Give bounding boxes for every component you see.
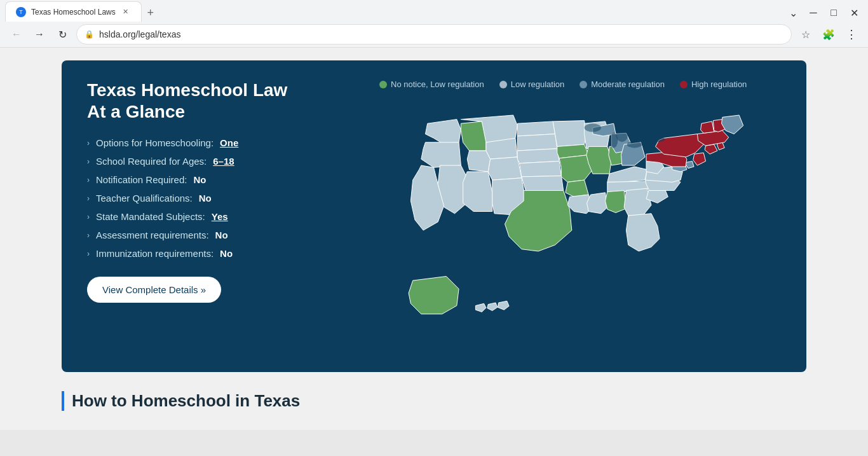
- us-map-container: [379, 99, 781, 353]
- info-list: › Options for Homeschooling: One › Schoo…: [87, 137, 354, 259]
- right-panel: No notice, Low regulation Low regulation…: [379, 79, 781, 353]
- state-ar: [566, 180, 588, 197]
- state-or: [421, 142, 461, 168]
- item-value: No: [215, 230, 228, 240]
- minimize-button[interactable]: ─: [804, 4, 822, 22]
- list-item: › Immunization requirements: No: [87, 248, 354, 259]
- item-value: No: [193, 174, 206, 185]
- page-content: Texas Homeschool Law At a Glance › Optio…: [0, 48, 868, 430]
- maximize-button[interactable]: □: [825, 4, 843, 22]
- state-mn: [553, 121, 587, 147]
- state-ga: [624, 188, 651, 216]
- legend-dot-low: [499, 81, 507, 88]
- back-button[interactable]: ←: [8, 25, 25, 43]
- state-ks: [520, 161, 562, 176]
- state-hi: [475, 303, 485, 312]
- bookmark-button[interactable]: ☆: [797, 25, 815, 43]
- item-value: 6–18: [213, 156, 234, 167]
- chevron-icon: ›: [87, 157, 90, 166]
- legend-dot-high: [680, 81, 688, 88]
- item-label: Assessment requirements:: [96, 230, 209, 240]
- legend-label-high: High regulation: [691, 79, 747, 89]
- legend-label-low: Low regulation: [511, 79, 565, 89]
- state-al: [606, 191, 627, 213]
- state-hi3: [498, 301, 509, 310]
- state-ct: [705, 144, 717, 154]
- map-legend: No notice, Low regulation Low regulation…: [379, 79, 781, 89]
- lake-ontario: [653, 137, 665, 142]
- list-item: › Options for Homeschooling: One: [87, 137, 354, 148]
- state-az: [463, 172, 492, 212]
- chevron-icon: ›: [87, 194, 90, 203]
- chevron-icon: ›: [87, 212, 90, 221]
- chevron-icon: ›: [87, 139, 90, 148]
- list-item: › Assessment requirements: No: [87, 230, 354, 240]
- security-icon: 🔒: [85, 30, 94, 39]
- item-value: Yes: [212, 211, 228, 222]
- item-label: Options for Homeschooling:: [96, 137, 214, 148]
- view-complete-details-button[interactable]: View Complete Details »: [87, 277, 221, 303]
- state-ma: [697, 130, 728, 146]
- item-value: One: [220, 137, 238, 148]
- url-bar[interactable]: 🔒 hslda.org/legal/texas: [76, 24, 792, 45]
- state-ne: [517, 149, 559, 163]
- reload-button[interactable]: ↻: [53, 25, 71, 43]
- chevron-icon: ›: [87, 176, 90, 184]
- card-title: Texas Homeschool Law At a Glance: [87, 79, 354, 122]
- how-to-title: How to Homeschool in Texas: [62, 391, 806, 411]
- legend-item-moderate: Moderate regulation: [580, 79, 665, 89]
- state-sd: [517, 134, 557, 151]
- state-ms: [587, 193, 607, 214]
- legend-label-moderate: Moderate regulation: [591, 79, 665, 89]
- forward-button[interactable]: →: [31, 25, 48, 43]
- tab-favicon: T: [16, 7, 26, 17]
- browser-menu-button[interactable]: ⋮: [843, 25, 860, 43]
- legend-item-high: High regulation: [680, 79, 747, 89]
- legend-dot-moderate: [580, 81, 587, 88]
- item-label: Notification Required:: [96, 174, 187, 185]
- active-tab[interactable]: T Texas Homeschool Laws ✕: [5, 1, 142, 22]
- item-value: No: [199, 193, 212, 204]
- legend-item-low: Low regulation: [499, 79, 565, 89]
- list-item: › State Mandated Subjects: Yes: [87, 211, 354, 222]
- tabs-bar: T Texas Homeschool Laws ✕ + ⌄ ─ □ ✕: [0, 0, 868, 22]
- address-bar: ← → ↻ 🔒 hslda.org/legal/texas ☆ 🧩 ⋮: [0, 22, 868, 47]
- item-label: School Required for Ages:: [96, 156, 207, 167]
- new-tab-button[interactable]: +: [142, 4, 159, 22]
- lake-huron: [616, 128, 628, 142]
- list-item: › Notification Required: No: [87, 174, 354, 185]
- legend-dot-no-notice: [379, 81, 387, 88]
- tab-title: Texas Homeschool Laws: [31, 8, 116, 17]
- state-ak: [409, 277, 459, 314]
- item-label: State Mandated Subjects:: [96, 211, 205, 222]
- item-label: Teacher Qualifications:: [96, 193, 193, 204]
- extensions-button[interactable]: 🧩: [820, 25, 837, 43]
- state-ok: [522, 176, 564, 191]
- tab-close-button[interactable]: ✕: [121, 7, 131, 17]
- item-label: Immunization requirements:: [96, 248, 214, 259]
- state-id: [461, 121, 486, 151]
- legend-item-no-notice: No notice, Low regulation: [379, 79, 484, 89]
- url-text: hslda.org/legal/texas: [99, 29, 783, 39]
- browser-chrome: T Texas Homeschool Laws ✕ + ⌄ ─ □ ✕ ← → …: [0, 0, 868, 48]
- list-item: › School Required for Ages: 6–18: [87, 156, 354, 167]
- lake-erie: [627, 141, 642, 148]
- left-panel: Texas Homeschool Law At a Glance › Optio…: [87, 79, 354, 353]
- state-co: [488, 157, 522, 180]
- tab-list-button[interactable]: ⌄: [784, 4, 802, 22]
- state-de: [686, 161, 695, 168]
- how-to-section: How to Homeschool in Texas: [62, 391, 806, 417]
- state-me: [722, 115, 743, 134]
- list-item: › Teacher Qualifications: No: [87, 193, 354, 204]
- state-nj: [693, 153, 706, 165]
- chevron-icon: ›: [87, 249, 90, 258]
- state-nd: [517, 121, 555, 136]
- state-fl: [626, 214, 660, 251]
- legend-label-no-notice: No notice, Low regulation: [391, 79, 484, 89]
- item-value: No: [220, 248, 233, 259]
- close-window-button[interactable]: ✕: [845, 4, 863, 22]
- us-map-svg: [379, 99, 781, 353]
- state-vt: [701, 121, 714, 133]
- info-card: Texas Homeschool Law At a Glance › Optio…: [62, 60, 806, 372]
- lake-superior: [585, 123, 601, 132]
